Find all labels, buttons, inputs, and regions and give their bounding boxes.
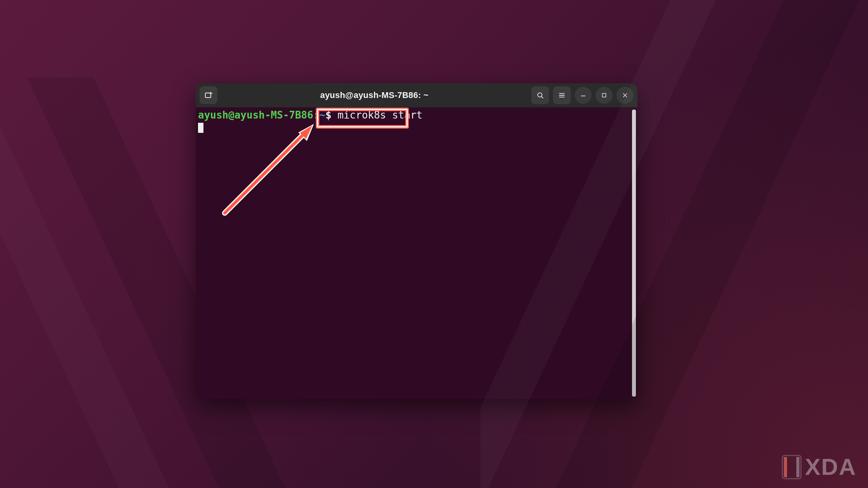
terminal-scrollbar[interactable] xyxy=(632,110,636,397)
maximize-button[interactable] xyxy=(596,87,613,104)
svg-point-1 xyxy=(538,93,542,97)
close-icon xyxy=(622,92,629,99)
prompt-separator: : xyxy=(313,109,319,121)
minimize-button[interactable] xyxy=(575,87,592,104)
prompt-path: ~ xyxy=(319,109,326,121)
search-icon xyxy=(536,91,544,100)
command-text: microk8s start xyxy=(338,109,422,121)
menu-button[interactable] xyxy=(553,86,571,104)
search-button[interactable] xyxy=(531,86,549,104)
window-titlebar[interactable]: ayush@ayush-MS-7B86: ~ xyxy=(196,83,637,107)
terminal-body[interactable]: ayush@ayush-MS-7B86:~$ microk8s start xyxy=(196,107,637,399)
watermark-text: XDA xyxy=(805,454,856,480)
minimize-icon xyxy=(579,91,587,99)
prompt-symbol: $ xyxy=(326,109,332,121)
desktop-wallpaper: ayush@ayush-MS-7B86: ~ xyxy=(0,0,868,488)
new-tab-button[interactable] xyxy=(200,86,217,104)
window-title: ayush@ayush-MS-7B86: ~ xyxy=(221,90,527,100)
new-tab-icon xyxy=(204,91,213,100)
close-button[interactable] xyxy=(617,87,634,104)
terminal-content[interactable]: ayush@ayush-MS-7B86:~$ microk8s start xyxy=(196,107,632,399)
hamburger-menu-icon xyxy=(558,91,566,100)
svg-rect-2 xyxy=(603,94,606,97)
terminal-cursor xyxy=(198,123,203,133)
terminal-window: ayush@ayush-MS-7B86: ~ xyxy=(196,83,637,399)
maximize-icon xyxy=(601,92,608,99)
xda-watermark: XDA xyxy=(782,454,856,480)
prompt-user-host: ayush@ayush-MS-7B86 xyxy=(198,109,313,121)
xda-logo-icon xyxy=(782,455,802,479)
